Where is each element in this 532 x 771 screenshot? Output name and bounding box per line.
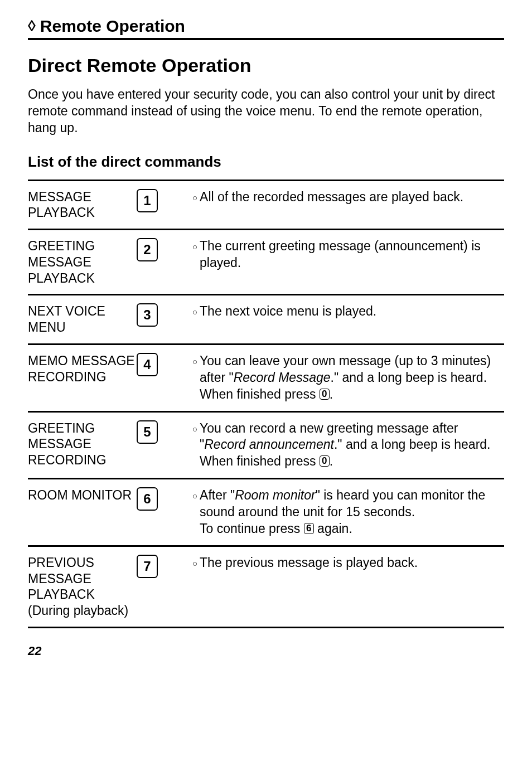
command-key-cell: 6 (137, 487, 192, 511)
desc-text: You can record a new greeting message af… (200, 420, 504, 471)
section-intro: Once you have entered your security code… (28, 86, 504, 137)
command-key-cell: 7 (137, 555, 192, 578)
circle-bullet-icon: ○ (192, 555, 197, 571)
table-row: MEMO MESSAGE RECORDING 4 ○ You can leave… (28, 345, 504, 413)
command-description: ○ You can leave your own message (up to … (192, 353, 504, 403)
command-description: ○ After "Room monitor" is heard you can … (192, 487, 504, 537)
command-key-cell: 5 (137, 420, 192, 444)
command-name: MESSAGE PLAYBACK (28, 189, 137, 221)
diamond-icon: ◊ (28, 18, 36, 34)
desc-text: The previous message is played back. (200, 555, 504, 571)
desc-text: The current greeting message (announceme… (200, 238, 504, 271)
command-name: GREETING MESSAGE RECORDING (28, 420, 137, 468)
command-description: ○ The next voice menu is played. (192, 303, 504, 320)
table-row: MESSAGE PLAYBACK 1 ○ All of the recorded… (28, 181, 504, 231)
command-description: ○ The current greeting message (announce… (192, 238, 504, 271)
table-row: NEXT VOICE MENU 3 ○ The next voice menu … (28, 295, 504, 345)
command-description: ○ You can record a new greeting message … (192, 420, 504, 471)
command-name: NEXT VOICE MENU (28, 303, 137, 336)
command-key-cell: 4 (137, 353, 192, 376)
table-row: ROOM MONITOR 6 ○ After "Room monitor" is… (28, 479, 504, 547)
keycap-icon: 4 (137, 353, 158, 376)
chapter-title-line: ◊ Remote Operation (28, 17, 504, 36)
table-row: PREVIOUS MESSAGE PLAYBACK (During playba… (28, 547, 504, 628)
keycap-icon: 6 (304, 523, 314, 534)
circle-bullet-icon: ○ (192, 420, 197, 471)
command-name: MEMO MESSAGE RECORDING (28, 353, 137, 385)
keycap-icon: 2 (137, 238, 158, 261)
keycap-icon: 0 (320, 389, 330, 400)
command-name: PREVIOUS MESSAGE PLAYBACK (During playba… (28, 555, 137, 619)
command-name: ROOM MONITOR (28, 487, 137, 503)
keycap-icon: 0 (320, 455, 330, 467)
chapter-header: ◊ Remote Operation (28, 17, 504, 40)
command-name: GREETING MESSAGE PLAYBACK (28, 238, 137, 286)
circle-bullet-icon: ○ (192, 238, 197, 271)
command-key-cell: 1 (137, 189, 192, 212)
chapter-title-text: Remote Operation (40, 17, 185, 36)
keycap-icon: 5 (137, 420, 158, 444)
circle-bullet-icon: ○ (192, 303, 197, 320)
keycap-icon: 1 (137, 189, 158, 212)
commands-table: MESSAGE PLAYBACK 1 ○ All of the recorded… (28, 180, 504, 628)
keycap-icon: 3 (137, 303, 158, 327)
section-title: Direct Remote Operation (28, 55, 504, 76)
desc-text: You can leave your own message (up to 3 … (200, 353, 504, 403)
circle-bullet-icon: ○ (192, 353, 197, 403)
command-description: ○ All of the recorded messages are playe… (192, 189, 504, 206)
page-number: 22 (28, 644, 504, 658)
table-row: GREETING MESSAGE RECORDING 5 ○ You can r… (28, 413, 504, 480)
keycap-icon: 6 (137, 487, 158, 511)
command-key-cell: 3 (137, 303, 192, 327)
command-key-cell: 2 (137, 238, 192, 261)
circle-bullet-icon: ○ (192, 189, 197, 206)
desc-text: The next voice menu is played. (200, 303, 504, 320)
desc-text: After "Room monitor" is heard you can mo… (200, 487, 504, 537)
table-row: GREETING MESSAGE PLAYBACK 2 ○ The curren… (28, 230, 504, 295)
circle-bullet-icon: ○ (192, 487, 197, 537)
subsection-title: List of the direct commands (28, 153, 504, 171)
command-description: ○ The previous message is played back. (192, 555, 504, 571)
desc-text: All of the recorded messages are played … (200, 189, 504, 206)
keycap-icon: 7 (137, 555, 158, 578)
